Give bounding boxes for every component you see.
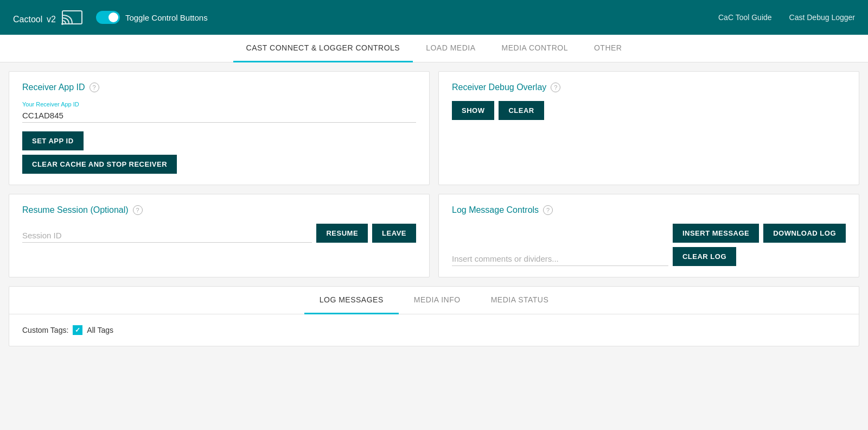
- log-buttons-wrap: INSERT MESSAGE DOWNLOAD LOG CLEAR LOG: [673, 224, 846, 266]
- resume-button[interactable]: RESUME: [316, 224, 368, 243]
- clear-cache-button[interactable]: CLEAR CACHE AND STOP RECEIVER: [22, 155, 177, 174]
- session-row: RESUME LEAVE: [22, 224, 416, 243]
- header-nav: CaC Tool Guide Cast Debug Logger: [718, 13, 855, 22]
- cast-debug-logger-link[interactable]: Cast Debug Logger: [789, 13, 855, 22]
- receiver-debug-buttons: SHOW CLEAR: [452, 101, 846, 120]
- tab-load-media[interactable]: LOAD MEDIA: [413, 35, 488, 62]
- log-btn-top-row: INSERT MESSAGE DOWNLOAD LOG: [673, 224, 846, 243]
- clear-debug-button[interactable]: CLEAR: [499, 101, 544, 120]
- bottom-tab-bar: LOG MESSAGES MEDIA INFO MEDIA STATUS: [9, 287, 859, 314]
- cast-icon: [61, 9, 83, 26]
- all-tags-label: All Tags: [87, 326, 113, 334]
- resume-session-card: Resume Session (Optional) ? RESUME LEAVE: [9, 194, 430, 277]
- toggle-control-buttons[interactable]: Toggle Control Buttons: [96, 11, 208, 24]
- log-message-help-icon[interactable]: ?: [543, 205, 553, 215]
- resume-session-title: Resume Session (Optional) ?: [22, 205, 416, 215]
- logo: Cactool v2: [13, 9, 83, 26]
- log-controls-row: INSERT MESSAGE DOWNLOAD LOG CLEAR LOG: [452, 224, 846, 266]
- receiver-app-id-help-icon[interactable]: ?: [90, 83, 99, 92]
- leave-button[interactable]: LEAVE: [372, 224, 416, 243]
- insert-message-button[interactable]: INSERT MESSAGE: [673, 224, 759, 243]
- receiver-app-id-input-wrap: Your Receiver App ID: [22, 101, 416, 123]
- cards-grid: Receiver App ID ? Your Receiver App ID S…: [9, 71, 859, 277]
- receiver-app-id-label: Your Receiver App ID: [22, 101, 416, 108]
- svg-point-1: [61, 23, 63, 25]
- set-app-id-button[interactable]: SET APP ID: [22, 131, 84, 150]
- bottom-tab-media-status[interactable]: MEDIA STATUS: [476, 287, 564, 314]
- session-id-input[interactable]: [22, 229, 312, 243]
- receiver-debug-overlay-title: Receiver Debug Overlay ?: [452, 83, 846, 92]
- bottom-tab-media-info[interactable]: MEDIA INFO: [399, 287, 476, 314]
- main-content: Receiver App ID ? Your Receiver App ID S…: [0, 62, 868, 355]
- tab-cast-connect[interactable]: CAST CONNECT & LOGGER CONTROLS: [233, 35, 413, 62]
- toggle-switch[interactable]: [96, 11, 120, 24]
- log-message-controls-card: Log Message Controls ? INSERT MESSAGE DO…: [438, 194, 859, 277]
- receiver-app-id-input[interactable]: [22, 109, 416, 123]
- bottom-content: Custom Tags: All Tags: [9, 314, 859, 346]
- session-input-wrap: [22, 229, 312, 243]
- cac-tool-guide-link[interactable]: CaC Tool Guide: [718, 13, 772, 22]
- receiver-app-id-card: Receiver App ID ? Your Receiver App ID S…: [9, 71, 430, 185]
- receiver-app-id-title: Receiver App ID ?: [22, 83, 416, 92]
- resume-session-help-icon[interactable]: ?: [133, 205, 143, 215]
- main-tab-bar: CAST CONNECT & LOGGER CONTROLS LOAD MEDI…: [0, 35, 868, 62]
- clear-log-button[interactable]: CLEAR LOG: [673, 247, 736, 266]
- tab-media-control[interactable]: MEDIA CONTROL: [489, 35, 581, 62]
- bottom-tab-log-messages[interactable]: LOG MESSAGES: [304, 287, 399, 314]
- log-message-input[interactable]: [452, 252, 668, 266]
- log-input-wrap: [452, 252, 668, 266]
- custom-tags-label: Custom Tags:: [22, 326, 68, 334]
- download-log-button[interactable]: DOWNLOAD LOG: [763, 224, 846, 243]
- all-tags-checkbox[interactable]: [73, 325, 82, 335]
- tab-other[interactable]: OTHER: [581, 35, 635, 62]
- custom-tags-row: Custom Tags: All Tags: [22, 325, 846, 335]
- receiver-debug-help-icon[interactable]: ?: [551, 83, 560, 92]
- toggle-label: Toggle Control Buttons: [125, 13, 208, 22]
- show-debug-button[interactable]: SHOW: [452, 101, 494, 120]
- bottom-section: LOG MESSAGES MEDIA INFO MEDIA STATUS Cus…: [9, 286, 859, 346]
- app-header: Cactool v2 Toggle Control Buttons CaC To…: [0, 0, 868, 35]
- receiver-app-id-buttons: SET APP ID CLEAR CACHE AND STOP RECEIVER: [22, 131, 416, 174]
- receiver-debug-overlay-card: Receiver Debug Overlay ? SHOW CLEAR: [438, 71, 859, 185]
- logo-text: Cactool v2: [13, 9, 56, 26]
- log-message-controls-title: Log Message Controls ?: [452, 205, 846, 215]
